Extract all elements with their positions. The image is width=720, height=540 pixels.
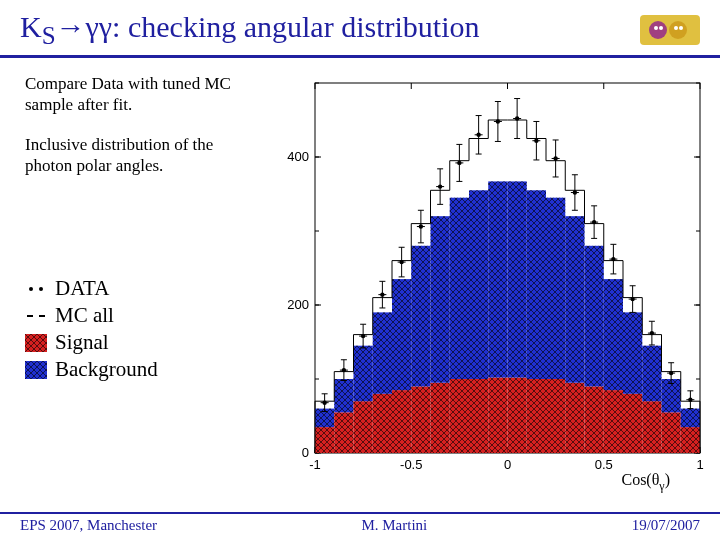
kloe-logo (640, 15, 700, 45)
footer: EPS 2007, Manchester M. Martini 19/07/20… (0, 512, 720, 534)
svg-point-219 (553, 156, 557, 160)
svg-text:0.5: 0.5 (595, 457, 613, 472)
svg-point-159 (322, 400, 326, 404)
title-arrow-gg: →γγ (56, 10, 113, 43)
legend-label-bkg: Background (55, 357, 158, 382)
svg-point-1 (649, 21, 667, 39)
svg-point-3 (654, 26, 658, 30)
bkg-swatch-icon (25, 361, 47, 379)
svg-point-189 (438, 184, 442, 188)
footer-venue: EPS 2007, Manchester (20, 514, 157, 534)
svg-point-5 (674, 26, 678, 30)
svg-rect-86 (354, 346, 373, 402)
svg-rect-106 (450, 198, 469, 379)
svg-point-6 (679, 26, 683, 30)
svg-text:Cos(θγ): Cos(θγ) (621, 471, 670, 493)
svg-point-229 (592, 220, 596, 224)
svg-rect-126 (546, 198, 565, 379)
svg-point-179 (399, 260, 403, 264)
xlabel-close: ) (665, 471, 670, 489)
svg-point-169 (361, 334, 365, 338)
svg-point-184 (419, 224, 423, 228)
svg-text:1: 1 (696, 457, 703, 472)
svg-rect-14 (25, 361, 47, 379)
svg-rect-82 (334, 379, 353, 412)
svg-rect-88 (373, 394, 392, 453)
description-1: Compare Data with tuned MC sample after … (25, 73, 260, 116)
title-rest: : checking angular distribution (112, 10, 479, 43)
legend-row-mc: MC all (25, 303, 260, 328)
svg-rect-104 (450, 379, 469, 453)
svg-point-2 (669, 21, 687, 39)
title-sub-s: S (42, 22, 56, 49)
svg-point-239 (630, 297, 634, 301)
svg-rect-76 (315, 427, 334, 453)
description-2: Inclusive distribution of the photon pol… (25, 134, 260, 177)
legend-row-signal: Signal (25, 330, 260, 355)
svg-point-4 (659, 26, 663, 30)
svg-point-164 (342, 368, 346, 372)
svg-rect-116 (508, 378, 527, 453)
legend-label-data: DATA (55, 276, 109, 301)
svg-point-234 (611, 257, 615, 261)
svg-text:400: 400 (287, 149, 309, 164)
angular-distribution-chart: 0200400-1-0.500.51 Cos(θγ) (270, 73, 710, 497)
svg-point-254 (688, 398, 692, 402)
legend-label-signal: Signal (55, 330, 109, 355)
svg-rect-148 (662, 412, 681, 453)
svg-rect-120 (527, 379, 546, 453)
svg-rect-80 (334, 412, 353, 453)
svg-rect-90 (373, 312, 392, 393)
svg-rect-142 (623, 312, 642, 393)
xlabel: Cos(θ (621, 471, 659, 489)
svg-text:-1: -1 (309, 457, 321, 472)
svg-point-224 (573, 190, 577, 194)
svg-rect-152 (681, 427, 700, 453)
signal-swatch-icon (25, 334, 47, 352)
footer-date: 19/07/2007 (632, 514, 700, 534)
footer-author: M. Martini (361, 514, 427, 534)
svg-rect-140 (623, 394, 642, 453)
svg-text:0: 0 (302, 445, 309, 460)
mc-line-icon (25, 307, 47, 325)
svg-rect-134 (585, 246, 604, 387)
svg-point-249 (669, 371, 673, 375)
svg-point-204 (496, 119, 500, 123)
svg-rect-114 (488, 181, 507, 377)
legend-label-mc: MC all (55, 303, 114, 328)
svg-text:200: 200 (287, 297, 309, 312)
svg-rect-96 (411, 386, 430, 453)
svg-point-8 (39, 287, 43, 291)
svg-point-244 (650, 331, 654, 335)
svg-point-199 (476, 133, 480, 137)
svg-rect-112 (488, 378, 507, 453)
title-k: K (20, 10, 42, 43)
page-title: KS→γγ: checking angular distribution (20, 10, 480, 50)
svg-text:0: 0 (504, 457, 511, 472)
svg-rect-128 (565, 383, 584, 453)
svg-rect-124 (546, 379, 565, 453)
svg-rect-146 (642, 346, 661, 402)
svg-rect-94 (392, 279, 411, 390)
svg-text:-0.5: -0.5 (400, 457, 422, 472)
svg-rect-118 (508, 181, 527, 377)
svg-point-214 (534, 139, 538, 143)
svg-rect-12 (25, 334, 47, 352)
svg-point-194 (457, 161, 461, 165)
legend-row-data: DATA (25, 276, 260, 301)
svg-rect-144 (642, 401, 661, 453)
legend: DATA MC all Signal (25, 276, 260, 382)
svg-rect-154 (681, 409, 700, 428)
left-column: Compare Data with tuned MC sample after … (25, 73, 270, 497)
svg-rect-132 (585, 386, 604, 453)
svg-rect-92 (392, 390, 411, 453)
svg-rect-102 (431, 216, 450, 383)
svg-rect-84 (354, 401, 373, 453)
svg-rect-138 (604, 279, 623, 390)
svg-rect-110 (469, 190, 488, 379)
svg-rect-98 (411, 246, 430, 387)
svg-point-7 (29, 287, 33, 291)
legend-row-bkg: Background (25, 357, 260, 382)
svg-rect-136 (604, 390, 623, 453)
svg-rect-122 (527, 190, 546, 379)
